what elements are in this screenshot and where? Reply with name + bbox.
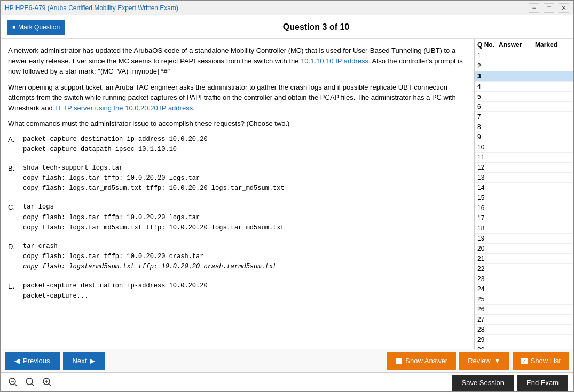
side-row-answer-6 — [499, 103, 535, 110]
side-row-answer-10 — [499, 143, 535, 151]
window-controls: − □ ✕ — [529, 3, 569, 13]
side-row-4[interactable]: 4 — [475, 82, 573, 92]
side-row-marked-26 — [535, 306, 571, 313]
side-row-num-2: 2 — [477, 62, 499, 70]
side-row-24[interactable]: 24 — [475, 284, 573, 294]
mark-question-button[interactable]: ■ Mark Question — [7, 20, 65, 35]
side-row-marked-14 — [535, 184, 571, 191]
zoom-in-icon — [42, 377, 52, 387]
side-row-answer-4 — [499, 83, 535, 90]
side-row-marked-4 — [535, 83, 571, 90]
review-label: Review — [468, 357, 491, 365]
side-row-marked-17 — [535, 214, 571, 222]
close-button[interactable]: ✕ — [559, 3, 569, 13]
question-text: What commands must the administrator iss… — [8, 118, 467, 129]
side-row-marked-5 — [535, 93, 571, 100]
side-row-14[interactable]: 14 — [475, 183, 573, 193]
option-a-letter: A. — [8, 134, 20, 155]
show-list-button[interactable]: ✓ Show List — [513, 352, 569, 370]
side-row-answer-13 — [499, 174, 535, 181]
side-row-answer-15 — [499, 194, 535, 202]
side-row-5[interactable]: 5 — [475, 92, 573, 102]
maximize-button[interactable]: □ — [544, 3, 554, 13]
zoom-out-button[interactable] — [6, 376, 20, 390]
side-row-13[interactable]: 13 — [475, 173, 573, 183]
svg-line-4 — [32, 384, 34, 386]
side-row-17[interactable]: 17 — [475, 213, 573, 223]
side-row-20[interactable]: 20 — [475, 244, 573, 254]
side-row-marked-22 — [535, 265, 571, 273]
side-row-answer-3 — [499, 73, 535, 80]
side-row-1[interactable]: 1 — [475, 51, 573, 61]
side-row-num-16: 16 — [477, 204, 499, 212]
side-row-marked-7 — [535, 113, 571, 121]
side-row-22[interactable]: 22 — [475, 264, 573, 274]
option-b-code: show tech-support logs.tar copy flash: l… — [23, 163, 285, 194]
zoom-out-icon — [8, 377, 18, 387]
option-e-letter: E. — [8, 281, 20, 301]
review-button[interactable]: Review ▼ — [459, 352, 509, 370]
next-button[interactable]: Next ▶ — [63, 352, 105, 370]
side-row-num-11: 11 — [477, 154, 499, 161]
side-row-answer-9 — [499, 133, 535, 141]
side-row-answer-22 — [499, 265, 535, 273]
previous-button[interactable]: ◀ Previous — [5, 352, 60, 370]
side-row-answer-21 — [499, 255, 535, 262]
side-row-marked-13 — [535, 174, 571, 181]
zoom-in-button[interactable] — [40, 376, 54, 390]
side-row-8[interactable]: 8 — [475, 122, 573, 132]
end-exam-button[interactable]: End Exam — [517, 375, 568, 391]
side-row-answer-24 — [499, 285, 535, 293]
side-row-marked-12 — [535, 164, 571, 171]
side-row-answer-23 — [499, 275, 535, 283]
side-row-answer-29 — [499, 336, 535, 343]
ip-address-link-2: TFTP server using the 10.0.20.20 IP addr… — [54, 104, 193, 112]
side-row-num-7: 7 — [477, 113, 499, 121]
side-row-marked-11 — [535, 154, 571, 161]
side-row-25[interactable]: 25 — [475, 294, 573, 305]
side-row-2[interactable]: 2 — [475, 61, 573, 71]
save-session-button[interactable]: Save Session — [452, 375, 514, 391]
side-row-marked-6 — [535, 103, 571, 110]
question-title: Question 3 of 10 — [65, 22, 567, 32]
show-answer-button[interactable]: Show Answer — [387, 352, 456, 370]
side-row-27[interactable]: 27 — [475, 315, 573, 325]
side-row-marked-20 — [535, 245, 571, 252]
side-row-marked-3 — [535, 73, 571, 80]
side-row-num-6: 6 — [477, 103, 499, 110]
zoom-reset-button[interactable] — [23, 376, 37, 390]
side-row-marked-8 — [535, 123, 571, 131]
svg-line-8 — [49, 384, 51, 386]
side-row-6[interactable]: 6 — [475, 102, 573, 112]
show-answer-checkbox-icon — [396, 358, 402, 364]
side-row-18[interactable]: 18 — [475, 223, 573, 234]
side-row-10[interactable]: 10 — [475, 142, 573, 153]
side-row-30[interactable]: 30 — [475, 345, 573, 349]
review-dropdown-icon: ▼ — [494, 357, 501, 365]
side-row-11[interactable]: 11 — [475, 153, 573, 163]
option-d-code: tar crash copy flash: logs.tar tffp: 10.… — [23, 242, 277, 273]
side-row-num-30: 30 — [477, 346, 499, 349]
side-row-marked-25 — [535, 295, 571, 303]
side-row-21[interactable]: 21 — [475, 254, 573, 264]
option-d-letter: D. — [8, 242, 20, 273]
side-row-23[interactable]: 23 — [475, 274, 573, 284]
side-row-28[interactable]: 28 — [475, 325, 573, 335]
prev-arrow-icon: ◀ — [14, 357, 20, 365]
side-row-19[interactable]: 19 — [475, 234, 573, 244]
side-row-9[interactable]: 9 — [475, 132, 573, 142]
option-c: C. tar logs copy flash: logs.tar tffp: 1… — [8, 202, 467, 233]
side-row-answer-20 — [499, 245, 535, 252]
side-row-answer-26 — [499, 306, 535, 313]
side-row-7[interactable]: 7 — [475, 112, 573, 122]
side-row-num-12: 12 — [477, 164, 499, 171]
side-row-29[interactable]: 29 — [475, 335, 573, 345]
side-row-16[interactable]: 16 — [475, 203, 573, 213]
side-row-15[interactable]: 15 — [475, 193, 573, 203]
minimize-button[interactable]: − — [529, 3, 539, 13]
side-row-marked-23 — [535, 275, 571, 283]
side-row-3[interactable]: 3 — [475, 71, 573, 82]
option-b: B. show tech-support logs.tar copy flash… — [8, 163, 467, 194]
side-row-26[interactable]: 26 — [475, 305, 573, 315]
side-row-12[interactable]: 12 — [475, 163, 573, 173]
